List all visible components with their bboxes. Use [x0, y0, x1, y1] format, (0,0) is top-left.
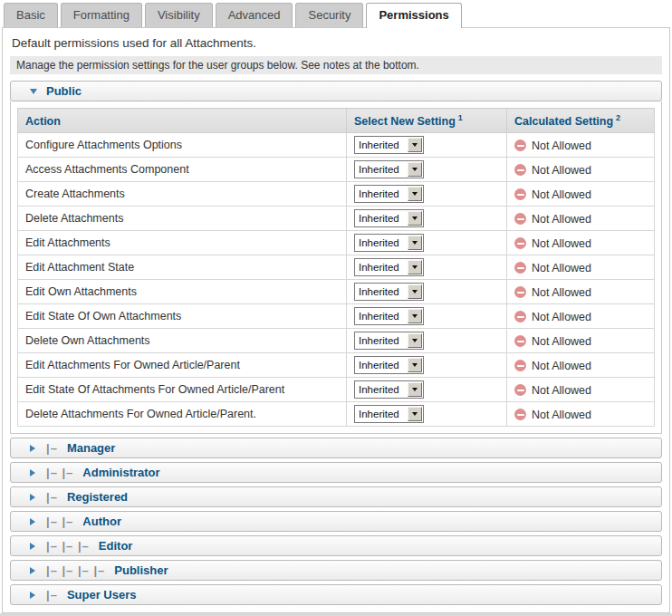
- not-allowed-icon: [514, 360, 526, 371]
- tab-security[interactable]: Security: [295, 3, 363, 27]
- new-setting-cell: Inherited: [347, 329, 507, 353]
- calculated-setting-cell: Not Allowed: [507, 207, 655, 231]
- not-allowed-icon: [514, 213, 526, 225]
- table-row: Delete Attachments For Owned Article/Par…: [18, 402, 655, 427]
- chevron-down-icon: [408, 138, 422, 152]
- chevron-down-icon: [408, 236, 422, 250]
- new-setting-select[interactable]: Inherited: [354, 136, 424, 154]
- group-name: Author: [82, 515, 121, 528]
- calculated-setting-label: Not Allowed: [532, 360, 591, 372]
- column-header-action: Action: [18, 109, 347, 133]
- new-setting-select[interactable]: Inherited: [354, 405, 424, 423]
- collapsed-groups: |–Manager|– |–Administrator|–Registered|…: [3, 438, 669, 605]
- chevron-down-icon: [408, 162, 422, 177]
- action-label: Edit State Of Own Attachments: [18, 304, 347, 329]
- group-level-prefix: |–: [46, 588, 58, 602]
- group-level-prefix: |–: [46, 441, 58, 455]
- tab-permissions[interactable]: Permissions: [366, 3, 461, 28]
- group-header-editor[interactable]: |– |– |–Editor: [10, 535, 662, 556]
- calculated-setting-label: Not Allowed: [532, 237, 591, 250]
- new-setting-select[interactable]: Inherited: [354, 283, 424, 301]
- group-name: Administrator: [82, 466, 159, 479]
- not-allowed-icon: [514, 311, 526, 322]
- column-header-calculated-setting: Calculated Setting2: [507, 109, 655, 133]
- new-setting-select[interactable]: Inherited: [354, 307, 424, 325]
- calculated-setting-cell: Not Allowed: [507, 353, 655, 378]
- group-header-author[interactable]: |– |–Author: [10, 511, 662, 532]
- new-setting-select[interactable]: Inherited: [354, 332, 424, 350]
- table-row: Create AttachmentsInheritedNot Allowed: [18, 182, 655, 207]
- calculated-setting-label: Not Allowed: [532, 286, 591, 299]
- action-label: Edit Own Attachments: [18, 280, 347, 304]
- permissions-tab-panel: Default permissions used for all Attachm…: [2, 27, 670, 613]
- calculated-setting-cell: Not Allowed: [507, 158, 655, 182]
- tab-advanced[interactable]: Advanced: [216, 3, 293, 27]
- new-setting-select[interactable]: Inherited: [354, 356, 424, 374]
- chevron-down-icon: [408, 260, 422, 274]
- triangle-right-icon: [30, 494, 35, 501]
- group-header-super-users[interactable]: |–Super Users: [10, 584, 662, 605]
- new-setting-select[interactable]: Inherited: [354, 380, 424, 399]
- calculated-setting-label: Not Allowed: [532, 188, 591, 201]
- group-level-prefix: |– |– |–: [46, 539, 90, 553]
- table-row: Edit AttachmentsInheritedNot Allowed: [18, 231, 655, 255]
- action-label: Edit Attachment State: [18, 255, 347, 280]
- tab-visibility[interactable]: Visibility: [145, 3, 213, 27]
- new-setting-cell: Inherited: [347, 304, 507, 329]
- new-setting-cell: Inherited: [347, 402, 507, 427]
- group-header-administrator[interactable]: |– |–Administrator: [10, 462, 662, 483]
- group-name: Super Users: [67, 588, 137, 602]
- not-allowed-icon: [514, 409, 526, 420]
- group-header-publisher[interactable]: |– |– |– |–Publisher: [10, 560, 662, 581]
- group-header-registered[interactable]: |–Registered: [10, 486, 662, 507]
- new-setting-select[interactable]: Inherited: [354, 234, 424, 252]
- not-allowed-icon: [514, 237, 526, 249]
- table-row: Access Attachments ComponentInheritedNot…: [18, 158, 655, 182]
- select-value: Inherited: [359, 409, 399, 419]
- tab-formatting[interactable]: Formatting: [61, 3, 142, 27]
- triangle-right-icon: [30, 518, 35, 525]
- action-label: Access Attachments Component: [18, 158, 347, 182]
- new-setting-cell: Inherited: [347, 158, 507, 182]
- tab-bar: BasicFormattingVisibilityAdvancedSecurit…: [0, 0, 672, 27]
- table-row: Delete AttachmentsInheritedNot Allowed: [18, 207, 655, 231]
- new-setting-select[interactable]: Inherited: [354, 160, 424, 178]
- group-header-manager[interactable]: |–Manager: [10, 438, 662, 458]
- chevron-down-icon: [408, 309, 422, 323]
- chevron-down-icon: [408, 211, 422, 226]
- new-setting-cell: Inherited: [347, 255, 507, 280]
- table-row: Configure Attachments OptionsInheritedNo…: [18, 133, 655, 158]
- select-value: Inherited: [359, 311, 399, 322]
- group-header-public[interactable]: Public: [10, 81, 662, 101]
- triangle-right-icon: [30, 592, 35, 599]
- chevron-down-icon: [408, 333, 422, 348]
- calculated-setting-label: Not Allowed: [532, 140, 591, 152]
- select-value: Inherited: [359, 262, 399, 273]
- calculated-setting-label: Not Allowed: [532, 335, 591, 348]
- chevron-down-icon: [408, 407, 422, 421]
- tab-basic[interactable]: Basic: [4, 3, 58, 27]
- not-allowed-icon: [514, 262, 526, 274]
- triangle-right-icon: [30, 567, 35, 574]
- calculated-setting-label: Not Allowed: [532, 384, 591, 397]
- triangle-right-icon: [30, 543, 35, 550]
- new-setting-select[interactable]: Inherited: [354, 209, 424, 227]
- group-level-prefix: |–: [46, 490, 58, 504]
- action-label: Delete Attachments For Owned Article/Par…: [18, 402, 347, 427]
- chevron-down-icon: [408, 382, 422, 397]
- not-allowed-icon: [514, 286, 526, 298]
- calculated-setting-cell: Not Allowed: [507, 133, 655, 158]
- select-value: Inherited: [359, 286, 399, 297]
- select-value: Inherited: [359, 140, 399, 150]
- new-setting-select[interactable]: Inherited: [354, 185, 424, 203]
- select-value: Inherited: [359, 188, 399, 199]
- select-value: Inherited: [359, 360, 399, 371]
- new-setting-select[interactable]: Inherited: [354, 258, 424, 276]
- column-header-select-new-setting: Select New Setting1: [347, 109, 507, 133]
- group-name: Editor: [99, 539, 133, 553]
- select-value: Inherited: [359, 384, 399, 395]
- permissions-table-body: Configure Attachments OptionsInheritedNo…: [18, 133, 655, 427]
- calculated-setting-cell: Not Allowed: [507, 231, 655, 255]
- table-row: Edit Own AttachmentsInheritedNot Allowed: [18, 280, 655, 304]
- action-label: Delete Attachments: [18, 207, 347, 231]
